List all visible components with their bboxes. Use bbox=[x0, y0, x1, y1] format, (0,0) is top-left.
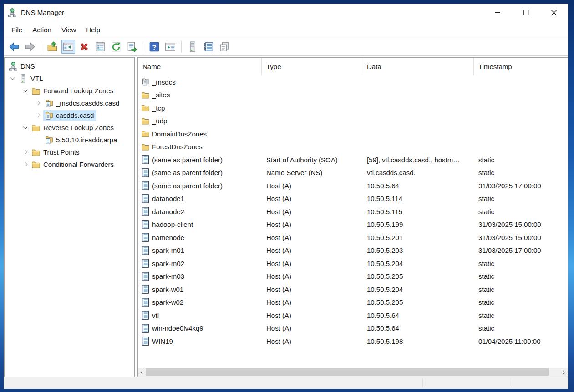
console-tree: DNSVTLForward Lookup Zones_msdcs.casdds.… bbox=[5, 58, 134, 171]
tree-item-label: Reverse Lookup Zones bbox=[43, 124, 114, 131]
red-x-icon bbox=[79, 41, 90, 52]
record-timestamp: static bbox=[474, 169, 568, 176]
record-data: vtl.casdds.casd. bbox=[362, 169, 474, 176]
record-icon bbox=[141, 285, 150, 294]
record-icon bbox=[141, 259, 150, 268]
tree-item-5-50-10-in-addr-arpa[interactable]: 5.50.10.in-addr.arpa bbox=[5, 134, 134, 146]
chevron-down-icon[interactable] bbox=[20, 85, 30, 96]
minimize-button[interactable] bbox=[483, 4, 512, 23]
export-list-icon bbox=[127, 41, 137, 52]
menu-help[interactable]: Help bbox=[81, 24, 105, 36]
record-timestamp: static bbox=[474, 286, 568, 293]
record-icon bbox=[141, 194, 150, 203]
record-name: hadoop-client bbox=[152, 221, 193, 228]
chevron-down-icon[interactable] bbox=[7, 73, 18, 84]
scroll-left-arrow-icon[interactable] bbox=[138, 368, 146, 377]
record-row-namenode[interactable]: namenodeHost (A)10.50.5.20131/03/2025 15… bbox=[138, 231, 568, 244]
record-name: spark-m01 bbox=[152, 246, 184, 254]
delete-button[interactable] bbox=[77, 40, 91, 54]
close-button[interactable] bbox=[540, 4, 568, 23]
tree-item-dns[interactable]: DNS bbox=[5, 60, 134, 72]
chevron-right-icon[interactable] bbox=[32, 98, 43, 109]
record-row-msdcs[interactable]: _msdcs bbox=[138, 75, 568, 89]
horizontal-scrollbar[interactable] bbox=[138, 368, 568, 377]
record-row-spark-w02[interactable]: spark-w02Host (A)10.50.5.205static bbox=[138, 296, 568, 309]
record-row-win-ndoe0lv4kq9[interactable]: win-ndoe0lv4kq9Host (A)10.50.5.64static bbox=[138, 322, 568, 335]
tree-item-conditional-forwarders[interactable]: Conditional Forwarders bbox=[5, 158, 134, 171]
folder-icon bbox=[141, 142, 150, 151]
record-name: _tcp bbox=[152, 104, 165, 112]
record-data: 10.50.5.64 bbox=[362, 324, 474, 332]
folder-icon bbox=[31, 86, 41, 95]
record-row-spark-m02[interactable]: spark-m02Host (A)10.50.5.204static bbox=[138, 257, 568, 270]
menu-action[interactable]: Action bbox=[27, 24, 56, 36]
menu-view[interactable]: View bbox=[56, 24, 81, 36]
folder-icon bbox=[31, 148, 41, 157]
record-data: 10.50.5.198 bbox=[362, 337, 474, 345]
statusbar-separator bbox=[513, 379, 513, 387]
tree-item-vtl[interactable]: VTL bbox=[5, 72, 134, 85]
up-one-level-button[interactable] bbox=[46, 40, 59, 54]
tree-item-label: 5.50.10.in-addr.arpa bbox=[56, 136, 117, 144]
tree-item-casdds-casd[interactable]: casdds.casd bbox=[5, 109, 134, 121]
record-row-same-as-parent-folder[interactable]: (same as parent folder)Host (A)10.50.5.6… bbox=[138, 179, 568, 192]
record-row-spark-m01[interactable]: spark-m01Host (A)10.50.5.20331/03/2025 1… bbox=[138, 244, 568, 257]
record-type: Name Server (NS) bbox=[262, 169, 362, 176]
tree-item-label: _msdcs.casdds.casd bbox=[56, 99, 119, 107]
maximize-button[interactable] bbox=[512, 4, 540, 23]
menu-file[interactable]: File bbox=[6, 24, 27, 36]
tree-item-msdcs-casdds-casd[interactable]: _msdcs.casdds.casd bbox=[5, 97, 134, 109]
show-console-tree-button[interactable] bbox=[61, 40, 75, 54]
record-row-spark-m03[interactable]: spark-m03Host (A)10.50.5.205static bbox=[138, 270, 568, 283]
tree-item-label: Conditional Forwarders bbox=[43, 161, 114, 168]
new-window-button[interactable] bbox=[163, 40, 177, 54]
server-button[interactable] bbox=[186, 40, 199, 54]
chevron-right-icon[interactable] bbox=[20, 159, 30, 170]
refresh-button[interactable] bbox=[109, 40, 123, 54]
record-row-same-as-parent-folder[interactable]: (same as parent folder)Name Server (NS)v… bbox=[138, 166, 568, 180]
record-timestamp: static bbox=[474, 272, 568, 280]
properties-button[interactable] bbox=[93, 40, 107, 54]
record-data: 10.50.5.64 bbox=[362, 312, 474, 319]
record-row-hadoop-client[interactable]: hadoop-clientHost (A)10.50.5.19931/03/20… bbox=[138, 218, 568, 231]
column-header-name[interactable]: Name bbox=[138, 58, 262, 75]
back-button[interactable] bbox=[7, 40, 21, 54]
copy-button[interactable] bbox=[218, 40, 231, 54]
tree-item-reverse-lookup-zones[interactable]: Reverse Lookup Zones bbox=[5, 121, 134, 134]
zone-list-button[interactable] bbox=[202, 40, 215, 54]
record-row-datanode2[interactable]: datanode2Host (A)10.50.5.115static bbox=[138, 205, 568, 218]
chevron-right-icon[interactable] bbox=[20, 147, 30, 158]
record-row-sites[interactable]: _sites bbox=[138, 89, 568, 102]
record-icon bbox=[141, 272, 150, 281]
record-row-vtl[interactable]: vtlHost (A)10.50.5.64static bbox=[138, 309, 568, 322]
scrollbar-thumb[interactable] bbox=[146, 368, 549, 376]
column-header-timestamp[interactable]: Timestamp bbox=[474, 58, 568, 75]
record-row-win19[interactable]: WIN19Host (A)10.50.5.19801/04/2025 11:00… bbox=[138, 335, 568, 348]
tree-item-trust-points[interactable]: Trust Points bbox=[5, 146, 134, 158]
record-type: Host (A) bbox=[262, 312, 362, 319]
arrow-right-gray-icon bbox=[25, 41, 36, 52]
export-list-button[interactable] bbox=[125, 40, 139, 54]
record-row-spark-w01[interactable]: spark-w01Host (A)10.50.5.204static bbox=[138, 283, 568, 296]
record-row-udp[interactable]: _udp bbox=[138, 115, 568, 128]
record-row-datanode1[interactable]: datanode1Host (A)10.50.5.114static bbox=[138, 192, 568, 206]
record-row-tcp[interactable]: _tcp bbox=[138, 101, 568, 115]
window-title: DNS Manager bbox=[21, 9, 64, 16]
chevron-right-icon[interactable] bbox=[32, 110, 43, 121]
column-header-data[interactable]: Data bbox=[362, 58, 474, 75]
status-bar bbox=[4, 377, 568, 389]
record-row-domaindnszones[interactable]: DomainDnsZones bbox=[138, 127, 568, 141]
tree-item-forward-lookup-zones[interactable]: Forward Lookup Zones bbox=[5, 85, 134, 97]
record-type: Host (A) bbox=[262, 182, 362, 190]
record-timestamp: static bbox=[474, 324, 568, 332]
help-button[interactable]: ? bbox=[147, 40, 161, 54]
record-icon bbox=[141, 311, 150, 320]
record-row-same-as-parent-folder[interactable]: (same as parent folder)Start of Authorit… bbox=[138, 153, 568, 166]
scroll-right-arrow-icon[interactable] bbox=[560, 368, 568, 377]
chevron-down-icon[interactable] bbox=[20, 122, 30, 133]
record-type: Host (A) bbox=[262, 272, 362, 280]
forward-button[interactable] bbox=[23, 40, 37, 54]
arrow-left-blue-icon bbox=[9, 41, 20, 52]
record-row-forestdnszones[interactable]: ForestDnsZones bbox=[138, 141, 568, 154]
column-header-type[interactable]: Type bbox=[262, 58, 362, 75]
